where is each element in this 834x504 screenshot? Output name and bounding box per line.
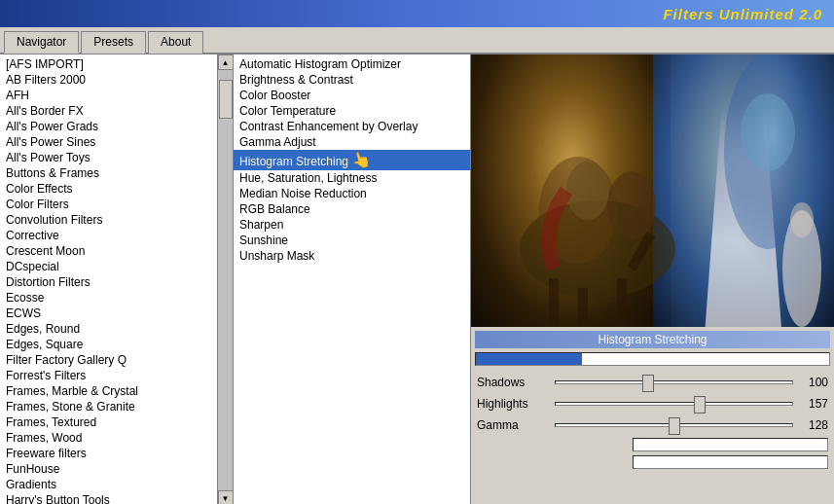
left-list-item[interactable]: Harry's Button Tools: [0, 492, 217, 504]
blank-slider-row-2: [475, 455, 830, 469]
tab-about[interactable]: About: [148, 31, 203, 54]
left-list-item[interactable]: [AFS IMPORT]: [0, 56, 217, 72]
preview-layer-1: [471, 54, 671, 327]
scroll-track[interactable]: [218, 70, 234, 490]
middle-list-item[interactable]: Histogram Stretching 👆: [234, 150, 470, 170]
category-list: [AFS IMPORT]AB Filters 2000AFHAll's Bord…: [0, 54, 217, 504]
middle-list-item[interactable]: Sharpen: [234, 217, 470, 233]
slider-row-gamma: Gamma 128: [475, 416, 830, 434]
image-preview: [471, 54, 834, 327]
slider-value-0: 100: [793, 376, 828, 389]
left-list-item[interactable]: Crescent Moon: [0, 243, 217, 259]
progress-bar: [475, 352, 830, 366]
middle-list-item[interactable]: Median Noise Reduction: [234, 186, 470, 201]
left-list-item[interactable]: FunHouse: [0, 461, 217, 477]
middle-list-item[interactable]: Sunshine: [234, 233, 470, 248]
blank-track-2: [633, 455, 828, 469]
slider-track-0[interactable]: [555, 380, 793, 384]
left-list-item[interactable]: Freeware filters: [0, 446, 217, 461]
middle-list-item[interactable]: Hue, Saturation, Lightness: [234, 170, 470, 186]
scroll-down-btn[interactable]: ▼: [218, 490, 234, 504]
middle-list-item[interactable]: Automatic Histogram Optimizer: [234, 56, 470, 72]
right-panel: Histogram Stretching Shadows 100 Highlig…: [471, 54, 834, 504]
left-list-item[interactable]: Frames, Textured: [0, 414, 217, 430]
scroll-thumb[interactable]: [219, 80, 233, 119]
slider-thumb-1[interactable]: [694, 396, 706, 414]
left-list-item[interactable]: Frames, Marble & Crystal: [0, 383, 217, 399]
left-list-item[interactable]: Edges, Round: [0, 321, 217, 337]
sliders-container: Shadows 100 Highlights 157 Gamma 128: [475, 374, 830, 434]
left-list-item[interactable]: AB Filters 2000: [0, 72, 217, 88]
progress-fill: [476, 353, 582, 365]
middle-list-item[interactable]: Color Temperature: [234, 103, 470, 119]
slider-track-container-0[interactable]: [555, 374, 793, 391]
left-list-item[interactable]: Gradients: [0, 477, 217, 492]
left-list-item[interactable]: Color Effects: [0, 181, 217, 197]
left-list-item[interactable]: Buttons & Frames: [0, 165, 217, 181]
middle-list-item[interactable]: Brightness & Contrast: [234, 72, 470, 88]
scroll-up-btn[interactable]: ▲: [218, 54, 234, 70]
left-list-item[interactable]: All's Power Sines: [0, 134, 217, 150]
slider-thumb-2[interactable]: [669, 417, 680, 435]
slider-row-highlights: Highlights 157: [475, 395, 830, 413]
left-list-item[interactable]: ECWS: [0, 306, 217, 321]
left-list-item[interactable]: Filter Factory Gallery Q: [0, 352, 217, 368]
slider-thumb-0[interactable]: [642, 375, 654, 392]
left-scrollbar[interactable]: ▲ ▼: [217, 54, 233, 504]
middle-list-item[interactable]: Contrast Enhancement by Overlay: [234, 119, 470, 134]
slider-track-1[interactable]: [555, 402, 793, 406]
middle-list-item[interactable]: Color Booster: [234, 88, 470, 103]
title-bar: Filters Unlimited 2.0: [0, 0, 834, 27]
left-list-item[interactable]: All's Border FX: [0, 103, 217, 119]
blank-track-1: [633, 438, 828, 451]
left-list-item[interactable]: Convolution Filters: [0, 212, 217, 228]
left-list-item[interactable]: Ecosse: [0, 290, 217, 306]
middle-list-item[interactable]: RGB Balance: [234, 201, 470, 217]
slider-value-2: 128: [793, 418, 828, 432]
controls-area: Histogram Stretching Shadows 100 Highlig…: [471, 327, 834, 504]
slider-row-shadows: Shadows 100: [475, 374, 830, 391]
slider-value-1: 157: [793, 397, 828, 411]
left-list-container: [AFS IMPORT]AB Filters 2000AFHAll's Bord…: [0, 54, 233, 504]
tab-presets[interactable]: Presets: [81, 31, 146, 54]
left-list-item[interactable]: Color Filters: [0, 197, 217, 212]
slider-label-1: Highlights: [477, 397, 555, 411]
middle-panel: Automatic Histogram OptimizerBrightness …: [234, 54, 471, 504]
left-list-item[interactable]: Frames, Stone & Granite: [0, 399, 217, 414]
tab-navigator[interactable]: Navigator: [4, 31, 79, 54]
slider-track-container-2[interactable]: [555, 416, 793, 434]
left-list-item[interactable]: Forrest's Filters: [0, 368, 217, 383]
slider-track-container-1[interactable]: [555, 395, 793, 413]
middle-list-item[interactable]: Unsharp Mask: [234, 248, 470, 264]
left-list-item[interactable]: Frames, Wood: [0, 430, 217, 446]
filter-title: Histogram Stretching: [475, 331, 830, 348]
left-list-item[interactable]: Corrective: [0, 228, 217, 243]
slider-label-2: Gamma: [477, 418, 555, 432]
left-list-item[interactable]: All's Power Grads: [0, 119, 217, 134]
slider-track-2[interactable]: [555, 423, 793, 427]
tab-bar: Navigator Presets About: [0, 27, 834, 54]
slider-label-0: Shadows: [477, 376, 555, 389]
left-list-item[interactable]: AFH: [0, 88, 217, 103]
left-list-item[interactable]: Distortion Filters: [0, 274, 217, 290]
app-title: Filters Unlimited 2.0: [663, 6, 822, 22]
preview-image: [471, 54, 834, 327]
blank-slider-row-1: [475, 438, 830, 451]
left-list-item[interactable]: All's Power Toys: [0, 150, 217, 165]
middle-list-item[interactable]: Gamma Adjust: [234, 134, 470, 150]
left-panel: [AFS IMPORT]AB Filters 2000AFHAll's Bord…: [0, 54, 234, 504]
left-list-item[interactable]: DCspecial: [0, 259, 217, 274]
left-list-item[interactable]: Edges, Square: [0, 337, 217, 352]
main-content: [AFS IMPORT]AB Filters 2000AFHAll's Bord…: [0, 54, 834, 504]
